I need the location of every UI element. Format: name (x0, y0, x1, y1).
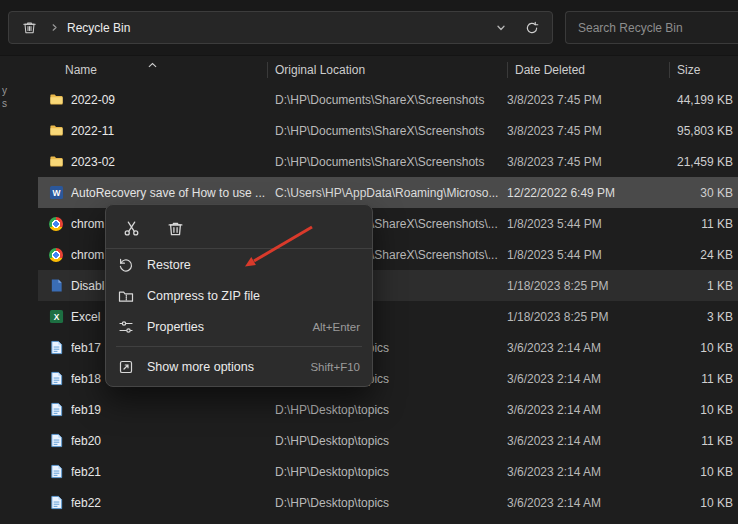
file-date: 1/8/2023 5:44 PM (499, 217, 653, 231)
toolbar: Recycle Bin (0, 0, 738, 56)
breadcrumb[interactable]: Recycle Bin (67, 21, 130, 35)
file-size: 1 KB (653, 279, 738, 293)
file-name: 2022-11 (71, 124, 267, 138)
file-name: feb19 (71, 403, 267, 417)
doc-icon (48, 371, 64, 387)
doc-icon (48, 464, 64, 480)
menu-item-label: Compress to ZIP file (147, 289, 260, 303)
file-size: 11 KB (653, 372, 738, 386)
file-location: D:\HP\Desktop\topics (267, 465, 499, 479)
doc-icon (48, 495, 64, 511)
column-header-size[interactable]: Size (669, 56, 738, 84)
file-date: 3/6/2023 2:14 AM (499, 434, 653, 448)
address-bar[interactable]: Recycle Bin (8, 11, 553, 44)
file-date: 3/8/2023 7:45 PM (499, 124, 653, 138)
chevron-down-icon[interactable] (489, 16, 513, 40)
doc-icon (48, 340, 64, 356)
file-date: 1/8/2023 5:44 PM (499, 248, 653, 262)
recycle-bin-icon (17, 16, 41, 40)
refresh-icon[interactable] (520, 16, 544, 40)
file-size: 24 KB (653, 248, 738, 262)
menu-item-shortcut: Shift+F10 (310, 361, 360, 373)
file-size: 10 KB (653, 403, 738, 417)
properties-icon (118, 319, 134, 335)
word-icon: W (48, 185, 64, 201)
file-size: 10 KB (653, 465, 738, 479)
file-name: feb21 (71, 465, 267, 479)
restore-icon (118, 257, 134, 273)
chrome-icon (48, 216, 64, 232)
file-date: 3/6/2023 2:14 AM (499, 496, 653, 510)
table-row[interactable]: feb21D:\HP\Desktop\topics3/6/2023 2:14 A… (38, 456, 738, 487)
file-date: 3/8/2023 7:45 PM (499, 155, 653, 169)
file-name: 2022-09 (71, 93, 267, 107)
column-header-name[interactable]: Name (38, 56, 267, 84)
file-date: 3/6/2023 2:14 AM (499, 403, 653, 417)
show-more-icon (118, 359, 134, 375)
file-location: D:\HP\Desktop\topics (267, 496, 499, 510)
file-size: 30 KB (653, 186, 738, 200)
file-location: D:\HP\Documents\ShareX\Screenshots (267, 93, 499, 107)
file-location: C:\Users\HP\AppData\Roaming\Microso... (267, 186, 499, 200)
file-size: 21,459 KB (653, 155, 738, 169)
table-row[interactable]: feb20D:\HP\Desktop\topics3/6/2023 2:14 A… (38, 425, 738, 456)
column-header-date-deleted[interactable]: Date Deleted (507, 56, 669, 84)
file-name: 2023-02 (71, 155, 267, 169)
file-size: 95,803 KB (653, 124, 738, 138)
column-header-row: Name Original Location Date Deleted Size (38, 56, 738, 84)
file-name: feb22 (71, 496, 267, 510)
file-date: 3/6/2023 2:14 AM (499, 465, 653, 479)
menu-item-show-more-options[interactable]: Show more optionsShift+F10 (106, 351, 372, 382)
file-size: 10 KB (653, 341, 738, 355)
file-location: D:\HP\Documents\ShareX\Screenshots (267, 155, 499, 169)
excel-icon: X (48, 309, 64, 325)
file-size: 11 KB (653, 217, 738, 231)
table-row[interactable]: 2022-09D:\HP\Documents\ShareX\Screenshot… (38, 84, 738, 115)
table-row[interactable]: 2023-02D:\HP\Documents\ShareX\Screenshot… (38, 146, 738, 177)
file-name: feb20 (71, 434, 267, 448)
zip-icon (118, 288, 134, 304)
table-row[interactable]: 2022-11D:\HP\Documents\ShareX\Screenshot… (38, 115, 738, 146)
folder-icon (48, 123, 64, 139)
file-name: AutoRecovery save of How to use ... (71, 186, 267, 200)
file-size: 11 KB (653, 434, 738, 448)
file-location: D:\HP\Desktop\topics (267, 434, 499, 448)
column-header-original-location[interactable]: Original Location (267, 56, 507, 84)
menu-item-properties[interactable]: PropertiesAlt+Enter (106, 311, 372, 342)
file-date: 1/18/2023 8:25 PM (499, 279, 653, 293)
file-date: 3/8/2023 7:45 PM (499, 93, 653, 107)
menu-item-shortcut: Alt+Enter (312, 321, 360, 333)
svg-text:W: W (52, 188, 60, 198)
doc-icon (48, 402, 64, 418)
context-menu: RestoreCompress to ZIP filePropertiesAlt… (105, 204, 373, 387)
file-icon (48, 278, 64, 294)
file-size: 44,199 KB (653, 93, 738, 107)
file-size: 3 KB (653, 310, 738, 324)
search-box[interactable] (565, 11, 738, 44)
file-location: D:\HP\Desktop\topics (267, 403, 499, 417)
table-row[interactable]: feb19D:\HP\Desktop\topics3/6/2023 2:14 A… (38, 394, 738, 425)
doc-icon (48, 433, 64, 449)
table-row[interactable]: feb22D:\HP\Desktop\topics3/6/2023 2:14 A… (38, 487, 738, 518)
file-date: 12/22/2022 6:49 PM (499, 186, 653, 200)
menu-item-label: Restore (147, 258, 191, 272)
cut-icon[interactable] (118, 216, 144, 240)
search-input[interactable] (576, 20, 728, 36)
file-location: D:\HP\Documents\ShareX\Screenshots (267, 124, 499, 138)
file-size: 10 KB (653, 496, 738, 510)
file-date: 3/6/2023 2:14 AM (499, 341, 653, 355)
context-menu-quick-actions (106, 209, 372, 249)
menu-item-label: Properties (147, 320, 204, 334)
menu-item-label: Show more options (147, 360, 254, 374)
svg-text:X: X (53, 312, 59, 322)
chevron-right-icon (48, 16, 60, 40)
delete-icon[interactable] (162, 216, 188, 240)
chrome-icon (48, 247, 64, 263)
folder-icon (48, 154, 64, 170)
menu-item-compress-to-zip-file[interactable]: Compress to ZIP file (106, 280, 372, 311)
menu-separator (116, 346, 362, 347)
file-date: 3/6/2023 2:14 AM (499, 372, 653, 386)
folder-icon (48, 92, 64, 108)
menu-item-restore[interactable]: Restore (106, 249, 372, 280)
file-date: 1/18/2023 8:25 PM (499, 310, 653, 324)
